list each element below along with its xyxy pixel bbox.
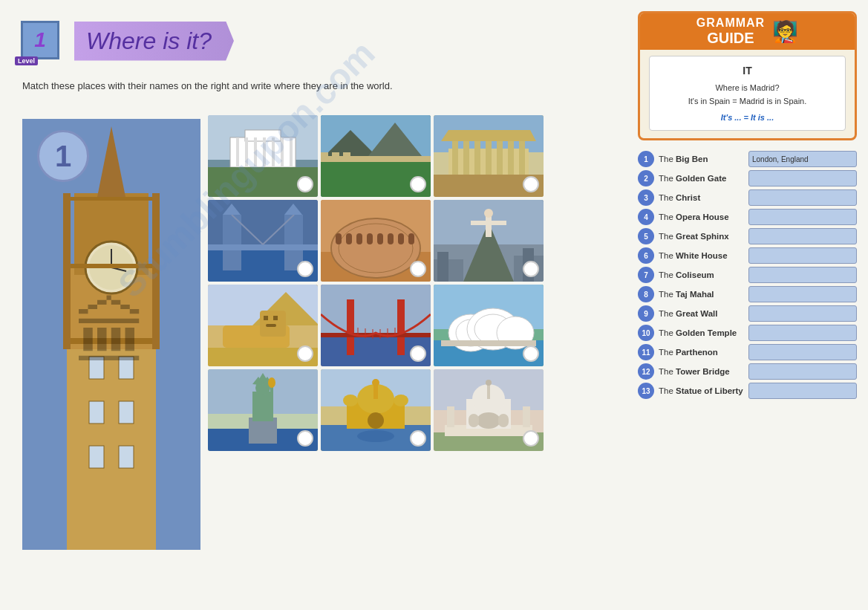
svg-rect-71 — [377, 233, 383, 244]
svg-rect-48 — [486, 141, 492, 175]
answer-label-13: The Statue of Liberty — [659, 386, 744, 395]
svg-rect-70 — [367, 233, 373, 244]
svg-rect-16 — [63, 338, 160, 344]
svg-rect-78 — [486, 215, 492, 237]
answer-label-2: The Golden Gate — [659, 174, 744, 183]
answer-input-7[interactable] — [748, 267, 857, 283]
photo-cell-7 — [208, 285, 318, 366]
svg-rect-68 — [346, 233, 352, 244]
answer-number-5: 5 — [638, 228, 654, 244]
photo-cell-9 — [434, 285, 544, 366]
grammar-example1: Where is Madrid? — [657, 82, 838, 95]
svg-rect-31 — [290, 137, 293, 167]
photo-circle-11[interactable] — [410, 430, 426, 447]
svg-rect-50 — [508, 141, 514, 175]
photo-grid — [208, 115, 572, 451]
svg-rect-118 — [249, 418, 277, 444]
answer-number-4: 4 — [638, 209, 654, 225]
svg-rect-73 — [398, 233, 404, 244]
svg-rect-143 — [487, 384, 490, 399]
answer-input-1[interactable] — [748, 151, 857, 167]
photo-cell-1 — [208, 115, 318, 197]
answer-row: 5The Great Sphinx — [638, 228, 857, 244]
svg-rect-20 — [152, 193, 160, 349]
answer-input-11[interactable] — [748, 344, 857, 360]
photo-cell-3 — [434, 115, 544, 197]
photo-cell-10 — [208, 369, 318, 451]
answer-row: 13The Statue of Liberty — [638, 383, 857, 399]
answer-row: 2The Golden Gate — [638, 170, 857, 186]
photo-circle-1[interactable] — [297, 176, 313, 192]
answer-label-12: The Tower Bridge — [659, 367, 744, 376]
svg-rect-67 — [336, 233, 342, 244]
answer-number-11: 11 — [638, 344, 654, 360]
answer-input-2[interactable] — [748, 170, 857, 186]
photo-circle-6[interactable] — [523, 261, 539, 277]
photo-circle-4[interactable] — [297, 261, 313, 277]
grammar-guide-header: GRAMMAR GUIDE 🧑‍🏫 — [640, 13, 855, 50]
character-icon: 🧑‍🏫 — [772, 19, 798, 44]
photo-circle-8[interactable] — [410, 345, 426, 362]
answer-label-6: The White House — [659, 251, 744, 260]
answer-list: 1The Big Ben2The Golden Gate3The Christ4… — [638, 151, 857, 399]
svg-rect-92 — [266, 324, 276, 327]
photo-circle-2[interactable] — [410, 176, 426, 192]
svg-rect-12 — [89, 401, 104, 424]
photo-circle-9[interactable] — [523, 345, 539, 362]
grammar-example2: It's in Spain = Madrid is in Spain. — [657, 95, 838, 108]
answer-label-7: The Coliseum — [659, 270, 744, 279]
answer-input-9[interactable] — [748, 305, 857, 322]
answer-input-3[interactable] — [748, 189, 857, 206]
answer-number-9: 9 — [638, 305, 654, 322]
answer-input-13[interactable] — [748, 383, 857, 399]
answer-label-10: The Golden Temple — [659, 328, 744, 337]
answer-row: 10The Golden Temple — [638, 325, 857, 341]
big-ben-photo — [22, 119, 200, 550]
svg-rect-97 — [347, 299, 354, 355]
svg-rect-147 — [477, 412, 500, 429]
level-number: 1 — [34, 28, 46, 52]
svg-rect-58 — [208, 244, 318, 250]
answer-row: 4The Opera House — [638, 209, 857, 225]
answer-label-1: The Big Ben — [659, 155, 744, 163]
answer-number-10: 10 — [638, 325, 654, 341]
big-ben-image — [22, 119, 200, 550]
answer-label-9: The Great Wall — [659, 309, 744, 318]
answer-row: 3The Christ — [638, 189, 857, 206]
right-panel: GRAMMAR GUIDE 🧑‍🏫 IT Where is Madrid? It… — [630, 0, 868, 610]
answer-input-4[interactable] — [748, 209, 857, 225]
header-area: 1 Level Where is it? — [15, 15, 616, 67]
photo-circle-7[interactable] — [297, 345, 313, 362]
svg-rect-28 — [263, 137, 266, 167]
photo-circle-10[interactable] — [297, 430, 313, 447]
answer-number-6: 6 — [638, 247, 654, 264]
answer-number-13: 13 — [638, 383, 654, 399]
answer-label-11: The Parthenon — [659, 348, 744, 357]
answer-input-10[interactable] — [748, 325, 857, 341]
grammar-guide: GRAMMAR GUIDE 🧑‍🏫 IT Where is Madrid? It… — [638, 11, 857, 140]
answer-label-5: The Great Sphinx — [659, 232, 744, 241]
svg-rect-98 — [397, 299, 405, 355]
answer-number-3: 3 — [638, 189, 654, 206]
answer-label-4: The Opera House — [659, 212, 744, 221]
grammar-it: IT — [657, 62, 838, 79]
photo-circle-3[interactable] — [523, 176, 539, 192]
photo-cell-6 — [434, 200, 544, 282]
answer-input-12[interactable] — [748, 363, 857, 380]
photo-grid-area — [208, 115, 572, 451]
answer-row: 8The Taj Mahal — [638, 286, 857, 302]
photo-circle-5[interactable] — [410, 261, 426, 277]
svg-point-136 — [357, 430, 394, 442]
answer-input-8[interactable] — [748, 286, 857, 302]
answer-input-6[interactable] — [748, 247, 857, 264]
photo-circle-12[interactable] — [523, 430, 539, 447]
svg-rect-114 — [441, 340, 536, 346]
instruction-text: Match these places with their names on t… — [22, 79, 616, 94]
svg-rect-91 — [273, 316, 278, 320]
title-banner: Where is it? — [74, 22, 234, 61]
photo-cell-11 — [321, 369, 431, 451]
answer-input-5[interactable] — [748, 228, 857, 244]
svg-rect-26 — [245, 137, 248, 167]
svg-rect-83 — [437, 252, 448, 282]
grammar-subtitle: GUIDE — [696, 30, 765, 47]
